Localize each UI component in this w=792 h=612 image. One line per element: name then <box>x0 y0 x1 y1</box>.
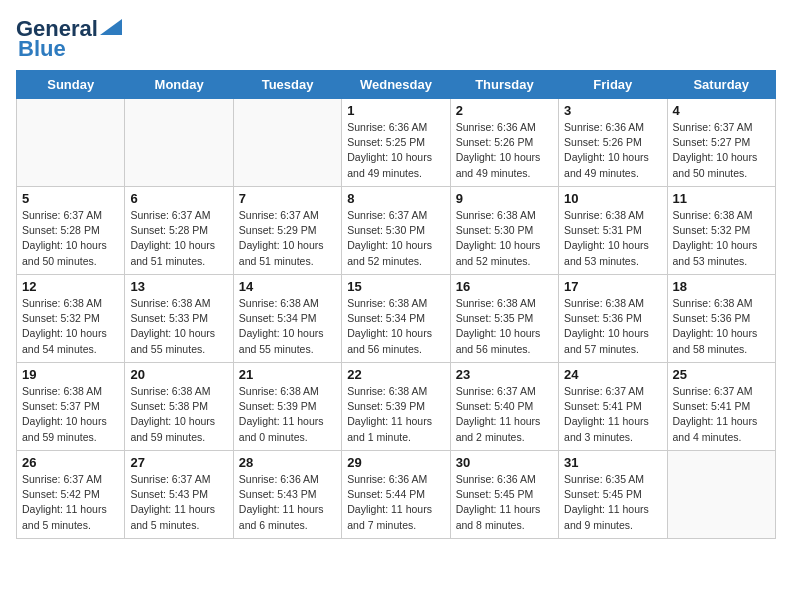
calendar-cell: 2Sunrise: 6:36 AM Sunset: 5:26 PM Daylig… <box>450 99 558 187</box>
day-number: 20 <box>130 367 227 382</box>
calendar-cell: 5Sunrise: 6:37 AM Sunset: 5:28 PM Daylig… <box>17 187 125 275</box>
day-info: Sunrise: 6:36 AM Sunset: 5:26 PM Dayligh… <box>456 120 553 181</box>
day-number: 31 <box>564 455 661 470</box>
calendar-cell: 16Sunrise: 6:38 AM Sunset: 5:35 PM Dayli… <box>450 275 558 363</box>
day-info: Sunrise: 6:36 AM Sunset: 5:43 PM Dayligh… <box>239 472 336 533</box>
calendar-cell: 25Sunrise: 6:37 AM Sunset: 5:41 PM Dayli… <box>667 363 775 451</box>
day-number: 11 <box>673 191 770 206</box>
day-number: 3 <box>564 103 661 118</box>
day-number: 10 <box>564 191 661 206</box>
calendar-table: SundayMondayTuesdayWednesdayThursdayFrid… <box>16 70 776 539</box>
weekday-header-thursday: Thursday <box>450 71 558 99</box>
weekday-header-row: SundayMondayTuesdayWednesdayThursdayFrid… <box>17 71 776 99</box>
weekday-header-wednesday: Wednesday <box>342 71 450 99</box>
day-number: 18 <box>673 279 770 294</box>
calendar-cell: 19Sunrise: 6:38 AM Sunset: 5:37 PM Dayli… <box>17 363 125 451</box>
day-info: Sunrise: 6:37 AM Sunset: 5:41 PM Dayligh… <box>564 384 661 445</box>
calendar-cell: 17Sunrise: 6:38 AM Sunset: 5:36 PM Dayli… <box>559 275 667 363</box>
calendar-cell: 8Sunrise: 6:37 AM Sunset: 5:30 PM Daylig… <box>342 187 450 275</box>
logo-blue: Blue <box>18 36 66 62</box>
calendar-cell <box>125 99 233 187</box>
calendar-cell: 1Sunrise: 6:36 AM Sunset: 5:25 PM Daylig… <box>342 99 450 187</box>
calendar-week-row-1: 5Sunrise: 6:37 AM Sunset: 5:28 PM Daylig… <box>17 187 776 275</box>
day-info: Sunrise: 6:38 AM Sunset: 5:38 PM Dayligh… <box>130 384 227 445</box>
day-number: 22 <box>347 367 444 382</box>
day-info: Sunrise: 6:37 AM Sunset: 5:30 PM Dayligh… <box>347 208 444 269</box>
day-number: 7 <box>239 191 336 206</box>
day-number: 5 <box>22 191 119 206</box>
weekday-header-tuesday: Tuesday <box>233 71 341 99</box>
day-info: Sunrise: 6:38 AM Sunset: 5:36 PM Dayligh… <box>564 296 661 357</box>
day-number: 27 <box>130 455 227 470</box>
weekday-header-friday: Friday <box>559 71 667 99</box>
logo: General Blue <box>16 16 122 62</box>
day-number: 19 <box>22 367 119 382</box>
calendar-cell: 26Sunrise: 6:37 AM Sunset: 5:42 PM Dayli… <box>17 451 125 539</box>
calendar-cell <box>233 99 341 187</box>
calendar-cell: 21Sunrise: 6:38 AM Sunset: 5:39 PM Dayli… <box>233 363 341 451</box>
day-info: Sunrise: 6:38 AM Sunset: 5:39 PM Dayligh… <box>347 384 444 445</box>
day-number: 6 <box>130 191 227 206</box>
day-number: 8 <box>347 191 444 206</box>
day-number: 2 <box>456 103 553 118</box>
day-number: 13 <box>130 279 227 294</box>
calendar-cell <box>667 451 775 539</box>
day-number: 29 <box>347 455 444 470</box>
calendar-cell: 29Sunrise: 6:36 AM Sunset: 5:44 PM Dayli… <box>342 451 450 539</box>
day-number: 23 <box>456 367 553 382</box>
day-info: Sunrise: 6:37 AM Sunset: 5:40 PM Dayligh… <box>456 384 553 445</box>
calendar-cell: 31Sunrise: 6:35 AM Sunset: 5:45 PM Dayli… <box>559 451 667 539</box>
day-number: 1 <box>347 103 444 118</box>
day-info: Sunrise: 6:38 AM Sunset: 5:32 PM Dayligh… <box>673 208 770 269</box>
weekday-header-saturday: Saturday <box>667 71 775 99</box>
calendar-cell: 12Sunrise: 6:38 AM Sunset: 5:32 PM Dayli… <box>17 275 125 363</box>
day-info: Sunrise: 6:38 AM Sunset: 5:31 PM Dayligh… <box>564 208 661 269</box>
day-info: Sunrise: 6:38 AM Sunset: 5:35 PM Dayligh… <box>456 296 553 357</box>
calendar-cell: 6Sunrise: 6:37 AM Sunset: 5:28 PM Daylig… <box>125 187 233 275</box>
day-number: 28 <box>239 455 336 470</box>
day-number: 26 <box>22 455 119 470</box>
calendar-cell <box>17 99 125 187</box>
calendar-cell: 18Sunrise: 6:38 AM Sunset: 5:36 PM Dayli… <box>667 275 775 363</box>
page-header: General Blue <box>16 16 776 62</box>
day-info: Sunrise: 6:36 AM Sunset: 5:45 PM Dayligh… <box>456 472 553 533</box>
calendar-cell: 27Sunrise: 6:37 AM Sunset: 5:43 PM Dayli… <box>125 451 233 539</box>
day-number: 25 <box>673 367 770 382</box>
day-info: Sunrise: 6:38 AM Sunset: 5:36 PM Dayligh… <box>673 296 770 357</box>
day-info: Sunrise: 6:38 AM Sunset: 5:34 PM Dayligh… <box>347 296 444 357</box>
day-info: Sunrise: 6:37 AM Sunset: 5:27 PM Dayligh… <box>673 120 770 181</box>
day-number: 24 <box>564 367 661 382</box>
day-info: Sunrise: 6:38 AM Sunset: 5:33 PM Dayligh… <box>130 296 227 357</box>
calendar-cell: 11Sunrise: 6:38 AM Sunset: 5:32 PM Dayli… <box>667 187 775 275</box>
calendar-cell: 3Sunrise: 6:36 AM Sunset: 5:26 PM Daylig… <box>559 99 667 187</box>
calendar-week-row-4: 26Sunrise: 6:37 AM Sunset: 5:42 PM Dayli… <box>17 451 776 539</box>
day-info: Sunrise: 6:36 AM Sunset: 5:25 PM Dayligh… <box>347 120 444 181</box>
day-number: 15 <box>347 279 444 294</box>
calendar-week-row-3: 19Sunrise: 6:38 AM Sunset: 5:37 PM Dayli… <box>17 363 776 451</box>
day-info: Sunrise: 6:37 AM Sunset: 5:28 PM Dayligh… <box>22 208 119 269</box>
day-number: 14 <box>239 279 336 294</box>
calendar-cell: 10Sunrise: 6:38 AM Sunset: 5:31 PM Dayli… <box>559 187 667 275</box>
calendar-cell: 9Sunrise: 6:38 AM Sunset: 5:30 PM Daylig… <box>450 187 558 275</box>
day-info: Sunrise: 6:37 AM Sunset: 5:29 PM Dayligh… <box>239 208 336 269</box>
day-info: Sunrise: 6:38 AM Sunset: 5:32 PM Dayligh… <box>22 296 119 357</box>
calendar-cell: 23Sunrise: 6:37 AM Sunset: 5:40 PM Dayli… <box>450 363 558 451</box>
day-info: Sunrise: 6:37 AM Sunset: 5:42 PM Dayligh… <box>22 472 119 533</box>
logo-arrow-icon <box>100 19 122 35</box>
day-number: 16 <box>456 279 553 294</box>
calendar-cell: 7Sunrise: 6:37 AM Sunset: 5:29 PM Daylig… <box>233 187 341 275</box>
calendar-cell: 24Sunrise: 6:37 AM Sunset: 5:41 PM Dayli… <box>559 363 667 451</box>
day-info: Sunrise: 6:35 AM Sunset: 5:45 PM Dayligh… <box>564 472 661 533</box>
day-number: 12 <box>22 279 119 294</box>
day-number: 4 <box>673 103 770 118</box>
day-number: 17 <box>564 279 661 294</box>
day-info: Sunrise: 6:38 AM Sunset: 5:34 PM Dayligh… <box>239 296 336 357</box>
day-info: Sunrise: 6:36 AM Sunset: 5:44 PM Dayligh… <box>347 472 444 533</box>
day-info: Sunrise: 6:37 AM Sunset: 5:28 PM Dayligh… <box>130 208 227 269</box>
weekday-header-monday: Monday <box>125 71 233 99</box>
day-info: Sunrise: 6:38 AM Sunset: 5:37 PM Dayligh… <box>22 384 119 445</box>
svg-marker-0 <box>100 19 122 35</box>
day-info: Sunrise: 6:37 AM Sunset: 5:43 PM Dayligh… <box>130 472 227 533</box>
day-info: Sunrise: 6:38 AM Sunset: 5:30 PM Dayligh… <box>456 208 553 269</box>
calendar-cell: 22Sunrise: 6:38 AM Sunset: 5:39 PM Dayli… <box>342 363 450 451</box>
